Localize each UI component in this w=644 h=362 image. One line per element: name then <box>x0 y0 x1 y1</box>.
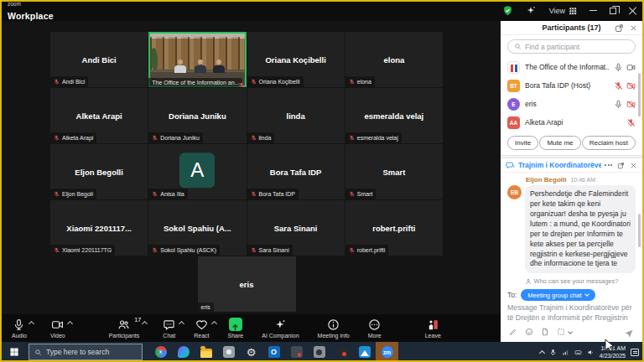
recipient-value: Meeting group chat <box>527 292 581 299</box>
reclaim-host-button[interactable]: Reclaim host <box>582 136 636 150</box>
tray-network-icon[interactable] <box>562 349 569 356</box>
video-tile[interactable]: Bora Tafa IDPBora Tafa IDP <box>247 144 345 199</box>
attach-file-icon[interactable] <box>541 328 549 336</box>
video-tile[interactable]: SmartSmart <box>345 144 443 199</box>
title-bar: zoom Workplace View <box>0 0 644 21</box>
taskbar-recorder-icon[interactable] <box>330 342 353 362</box>
send-icon[interactable] <box>624 327 634 337</box>
mute-me-button[interactable]: Mute me <box>539 136 580 150</box>
video-tile[interactable]: Eljon BegolliEljon Begoli <box>50 144 148 199</box>
video-tile[interactable]: elonaelona <box>345 32 443 87</box>
camera-on-icon[interactable] <box>626 63 636 72</box>
video-tile[interactable]: Xiaomi 2201117...Xiaomi 2201117TG <box>50 200 148 256</box>
close-button[interactable] <box>629 7 637 15</box>
mic-off-icon <box>251 246 257 254</box>
message-visibility-hint[interactable]: Who can see your messages? <box>501 275 642 287</box>
mic-on-icon[interactable] <box>614 63 623 72</box>
video-tile[interactable]: Andi BiciAndi Bici <box>50 32 148 87</box>
participant-row-alketa[interactable]: AA Alketa Arapi <box>501 113 642 132</box>
audio-button[interactable]: Audio <box>12 318 27 339</box>
view-button[interactable]: View <box>549 7 577 15</box>
chat-compose-input[interactable]: Message Trajnim i Koordinatorëve për të … <box>501 303 642 323</box>
ai-companion-icon[interactable] <box>526 5 537 16</box>
heart-icon <box>195 318 208 331</box>
video-tile[interactable]: eriseris <box>198 256 296 312</box>
video-options-chevron-icon[interactable] <box>67 320 73 326</box>
close-panel-icon[interactable] <box>630 24 637 32</box>
video-tile[interactable]: esmeralda velajesmeralda velaj <box>345 88 443 143</box>
participant-name: eris <box>525 100 609 108</box>
taskbar-camera-icon[interactable] <box>308 342 330 362</box>
video-tile[interactable]: Alketa ArapiAlketa Arapi <box>50 88 148 143</box>
chat-more-icon[interactable] <box>605 164 612 166</box>
more-button[interactable]: More <box>368 318 382 339</box>
taskbar-settings-gear-icon[interactable]: ⚙ <box>240 342 262 362</box>
video-tile[interactable]: lindalinda <box>247 88 345 143</box>
participant-row-office[interactable]: The Office of the Informat... (Me) <box>501 58 642 76</box>
audio-options-chevron-icon[interactable] <box>29 320 34 326</box>
tray-expand-chevron-icon[interactable] <box>539 349 545 355</box>
taskbar-outlook-icon[interactable]: O <box>262 342 285 362</box>
security-shield-icon[interactable] <box>502 5 513 16</box>
mic-off-icon <box>238 77 245 85</box>
taskbar-zoom-icon-active[interactable]: zm <box>376 342 398 362</box>
video-tile[interactable]: The Office of the Information an... <box>148 32 246 87</box>
participant-row-bora[interactable]: BT Bora Tafa IDP (Host) <box>501 76 642 95</box>
tray-volume-icon[interactable] <box>587 349 595 356</box>
video-tile[interactable]: robert.priftirobert.prifti <box>345 200 443 256</box>
chat-close-icon[interactable] <box>630 162 637 169</box>
chat-scrollbar[interactable] <box>638 214 641 247</box>
react-chevron-icon[interactable] <box>211 320 217 326</box>
react-button[interactable]: React <box>194 318 209 339</box>
restore-button[interactable] <box>610 8 616 14</box>
grid-row: Alketa ArapiAlketa ArapiDoriana JunikuDo… <box>50 88 443 143</box>
pop-out-icon[interactable] <box>615 23 624 33</box>
video-tile[interactable]: Oriana KoçibelliOriana Koçibelli <box>247 32 345 87</box>
taskbar-copilot-icon[interactable] <box>172 342 195 362</box>
chat-pop-out-icon[interactable] <box>617 162 625 169</box>
mic-off-icon[interactable] <box>626 118 636 127</box>
participant-search-input[interactable]: Find a participant <box>507 39 636 54</box>
tray-microphone-icon[interactable] <box>549 349 557 356</box>
video-tile[interactable]: Doriana JunikuDoriana Juniku <box>148 88 246 143</box>
chevron-down-icon[interactable] <box>568 329 573 334</box>
avatar-logo <box>507 61 520 74</box>
minimize-button[interactable] <box>589 10 597 11</box>
start-button[interactable] <box>0 342 29 362</box>
participants-button[interactable]: 17 Participants <box>109 318 140 339</box>
participants-chevron-icon[interactable] <box>142 320 148 326</box>
share-button[interactable]: Share <box>228 318 244 339</box>
participant-row-eris[interactable]: E eris <box>501 95 642 113</box>
mouse-cursor <box>605 339 615 355</box>
screenshot-icon[interactable] <box>557 328 565 336</box>
taskbar-search-input[interactable]: Type here to search <box>29 344 143 360</box>
format-icon[interactable] <box>509 328 517 336</box>
invite-button[interactable]: Invite <box>507 136 538 150</box>
leave-button[interactable]: Leave <box>425 318 441 339</box>
chat-button[interactable]: Chat <box>163 318 175 339</box>
taskbar-chrome-icon[interactable] <box>149 342 172 362</box>
emoji-icon[interactable] <box>525 328 533 336</box>
taskbar-device-icon[interactable] <box>285 342 308 362</box>
taskbar-file-explorer-icon[interactable] <box>195 342 217 362</box>
windows-taskbar: Type here to search ⚙ O zm 10:51 AM 4/23… <box>0 342 644 362</box>
recipient-selector[interactable]: Meeting group chat <box>521 289 595 301</box>
video-tile[interactable]: Sokol Spahiu (A...Sokol Spahiu (ASCK) <box>148 200 246 256</box>
action-center-icon[interactable] <box>631 349 639 356</box>
participants-scrollbar[interactable] <box>638 73 641 116</box>
video-tile[interactable]: Sara SinaniSara Sinani <box>247 200 345 256</box>
taskbar-photos-icon[interactable] <box>353 342 376 362</box>
mic-off-icon[interactable] <box>614 81 623 90</box>
video-tile[interactable]: AAnisa Ilia <box>148 144 246 199</box>
chat-chevron-icon[interactable] <box>179 320 184 326</box>
tray-keyboard-icon[interactable] <box>574 349 582 356</box>
video-button[interactable]: Video <box>50 318 65 339</box>
message-bubble[interactable]: Pershendetje dhe Faleminderit per kete t… <box>525 185 636 273</box>
ai-companion-button[interactable]: AI Companion <box>262 318 299 339</box>
meeting-info-button[interactable]: Meeting info <box>318 318 350 339</box>
mic-on-icon[interactable] <box>614 100 623 109</box>
camera-off-icon[interactable] <box>626 81 636 90</box>
participants-label: Participants <box>109 333 140 339</box>
camera-off-icon[interactable] <box>626 100 636 109</box>
taskbar-app-icon[interactable] <box>217 342 240 362</box>
